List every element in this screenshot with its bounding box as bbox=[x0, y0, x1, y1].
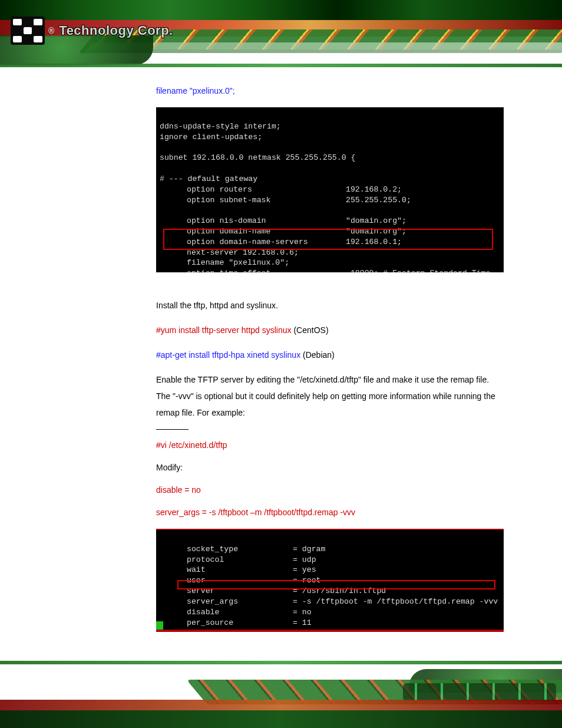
term-key: server bbox=[187, 586, 293, 597]
apt-distro: (Debian) bbox=[300, 350, 335, 360]
term-key: option domain-name bbox=[187, 226, 346, 237]
term-val: -18000; # Eastern Standard Time bbox=[346, 268, 490, 272]
page-content: filename "pxelinux.0"; ddns-update-style… bbox=[0, 71, 562, 657]
vi-command: #vi /etc/xinetd.d/tftp bbox=[156, 437, 503, 453]
filename-directive: filename "pxelinux.0"; bbox=[156, 83, 503, 99]
apt-command: #apt-get install tftpd-hpa xinetd syslin… bbox=[156, 350, 300, 360]
logo-mark bbox=[11, 17, 45, 45]
term-key: disable bbox=[187, 607, 293, 618]
disable-line: disable = no bbox=[156, 482, 503, 498]
term-val: = 11 bbox=[293, 618, 312, 628]
terminal-cursor bbox=[156, 621, 163, 631]
term-line: ignore client-updates; bbox=[160, 133, 262, 141]
term-key: socket_type bbox=[187, 544, 293, 555]
term-key: user bbox=[187, 575, 293, 586]
logo-text: Technology Corp. bbox=[59, 23, 173, 38]
term-val: = root bbox=[293, 575, 320, 586]
term-key: protocol bbox=[187, 555, 293, 565]
term-val: = yes bbox=[293, 565, 316, 575]
enable-tftp-paragraph: Enable the TFTP server by editing the "/… bbox=[156, 371, 503, 421]
yum-distro: (CentOS) bbox=[292, 325, 329, 335]
term-val: 255.255.255.0; bbox=[346, 195, 411, 206]
term-line: # --- default gateway bbox=[160, 174, 257, 183]
term-line: subnet 192.168.0.0 netmask 255.255.255.0… bbox=[160, 153, 355, 162]
registered-mark: ® bbox=[48, 26, 54, 35]
terminal-tftp-config: socket_type= dgram protocol= udp wait= y… bbox=[156, 529, 504, 632]
install-intro: Install the tftp, httpd and syslinux. bbox=[156, 297, 503, 314]
term-val: = dgram bbox=[293, 544, 325, 555]
short-rule bbox=[156, 429, 189, 430]
footer-decor bbox=[0, 657, 562, 728]
term-key: option subnet-mask bbox=[187, 195, 346, 206]
term-key: wait bbox=[187, 565, 293, 575]
term-line: next-server 192.168.0.6; bbox=[160, 248, 299, 257]
term-key: server_args bbox=[187, 597, 293, 607]
term-val: 192.168.0.1; bbox=[346, 237, 402, 248]
term-val: = /usr/sbin/in.tftpd bbox=[293, 586, 386, 597]
term-val: "domain.org"; bbox=[346, 226, 406, 237]
yum-command-line: #yum install tftp-server httpd syslinux … bbox=[156, 322, 503, 338]
term-key: per_source bbox=[187, 618, 293, 628]
term-key: option time-offset bbox=[187, 268, 346, 272]
term-line: filename "pxelinux.0"; bbox=[160, 258, 289, 267]
term-val: 192.168.0.2; bbox=[346, 185, 402, 195]
term-val: = -s /tftpboot -m /tftpboot/tftpd.remap … bbox=[293, 597, 498, 607]
term-key: cps bbox=[187, 628, 293, 632]
modify-label: Modify: bbox=[156, 459, 503, 476]
brand-logo: ® Technology Corp. bbox=[11, 17, 173, 45]
term-val: = 100 2 bbox=[293, 628, 325, 632]
term-val: = no bbox=[293, 607, 312, 618]
term-key: option nis-domain bbox=[187, 216, 346, 226]
term-val: "domain.org"; bbox=[346, 216, 406, 226]
term-val: = udp bbox=[293, 555, 316, 565]
term-key: option domain-name-servers bbox=[187, 237, 346, 248]
term-line: ddns-update-style interim; bbox=[160, 122, 281, 131]
terminal-dhcp-config: ddns-update-style interim; ignore client… bbox=[156, 107, 504, 272]
server-args-line: server_args = -s /tftpboot –m /tftpboot/… bbox=[156, 504, 503, 521]
yum-command: #yum install tftp-server httpd syslinux bbox=[156, 325, 292, 335]
apt-command-line: #apt-get install tftpd-hpa xinetd syslin… bbox=[156, 347, 503, 363]
term-key: option routers bbox=[187, 185, 346, 195]
